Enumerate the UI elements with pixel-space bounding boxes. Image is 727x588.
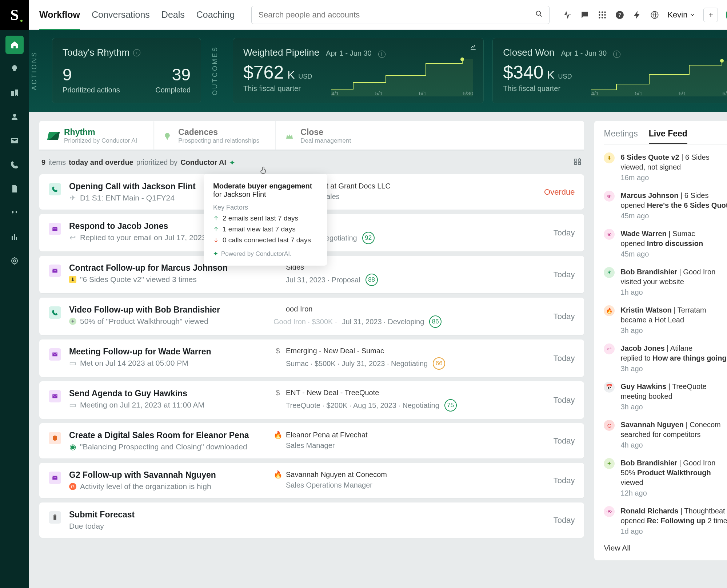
- pipeline-sparkline: [331, 53, 473, 96]
- prioritized-count: 9: [63, 65, 120, 84]
- action-card-g2[interactable]: G2 Follow-up with Savannah NguyenGActivi…: [39, 463, 584, 498]
- flame-icon: 🔥: [273, 430, 282, 439]
- action-card-meeting[interactable]: Meeting Follow-up for Wade Warren▭Met on…: [39, 339, 584, 377]
- flame-icon: 🔥: [273, 470, 282, 479]
- view-all-link[interactable]: View All: [604, 544, 727, 552]
- rail-phone[interactable]: [5, 156, 24, 174]
- layout-toggle[interactable]: [573, 157, 582, 168]
- tab-rhythm[interactable]: RhythmPrioritized by Conductor AI: [39, 121, 153, 150]
- search-input[interactable]: [258, 10, 535, 20]
- svg-point-4: [602, 11, 603, 13]
- chevron-down-icon: [690, 12, 695, 18]
- svg-point-0: [12, 258, 17, 264]
- action-card-salesroom[interactable]: Create a Digital Sales Room for Eleanor …: [39, 423, 584, 458]
- feed-item[interactable]: GSavannah Nguyen | Conecomsearched for c…: [604, 420, 727, 450]
- svg-point-2: [536, 11, 541, 15]
- nav-workflow[interactable]: Workflow: [39, 0, 80, 30]
- svg-point-9: [599, 17, 600, 18]
- bolt-icon[interactable]: [632, 10, 642, 20]
- feed-item[interactable]: 👁Marcus Johnson | 6 Sidesopened Here's t…: [604, 191, 727, 221]
- svg-rect-17: [575, 159, 577, 161]
- nav-deals[interactable]: Deals: [161, 0, 185, 30]
- feed-item[interactable]: ⬇6 Sides Quote v2 | 6 Sidesviewed, not s…: [604, 152, 727, 183]
- chat-icon[interactable]: [580, 10, 590, 20]
- tab-close[interactable]: CloseDeal management: [276, 121, 367, 150]
- rail-buildings[interactable]: [5, 84, 24, 102]
- svg-point-1: [13, 260, 16, 262]
- rail-quote[interactable]: [5, 204, 24, 222]
- top-nav: Workflow Conversations Deals Coaching ? …: [29, 0, 727, 30]
- tab-cadences[interactable]: CadencesProspecting and relationships: [153, 121, 276, 150]
- g2-icon: G: [69, 483, 76, 490]
- cube-icon: [49, 432, 61, 444]
- svg-point-10: [602, 17, 603, 18]
- help-icon[interactable]: ?: [615, 10, 624, 20]
- rail-rocket[interactable]: [5, 60, 24, 78]
- globe-icon[interactable]: [650, 10, 659, 20]
- add-button[interactable]: +: [703, 8, 718, 22]
- reply-icon: ↩: [69, 234, 76, 241]
- rail-home[interactable]: [5, 36, 24, 54]
- info-icon[interactable]: i: [133, 49, 140, 56]
- activity-icon[interactable]: [563, 10, 572, 20]
- calendar-icon: ▭: [69, 359, 76, 367]
- bug-icon: ✦: [69, 318, 76, 325]
- sparkle-icon: ✦: [229, 158, 235, 167]
- mail-icon: [49, 472, 61, 484]
- svg-point-11: [604, 17, 606, 18]
- global-search[interactable]: [251, 6, 550, 24]
- tab-live-feed[interactable]: Live Feed: [649, 129, 687, 144]
- phone-icon: [49, 306, 61, 319]
- sphere-icon: ◉: [69, 443, 76, 450]
- feed-icon: 👁: [604, 191, 615, 202]
- engagement-popover: Moderate buyer engagement for Jackson Fl…: [204, 174, 327, 266]
- feed-item[interactable]: 🔥Kristin Watson | Terratambecame a Hot L…: [604, 305, 727, 335]
- calendar-icon: ▭: [69, 401, 76, 409]
- due-label: Overdue: [544, 187, 575, 197]
- apps-icon[interactable]: [598, 10, 607, 20]
- expand-chart-icon[interactable]: [470, 43, 477, 52]
- user-menu[interactable]: Kevin: [667, 10, 695, 20]
- send-icon: ✈: [69, 194, 76, 202]
- action-card-video[interactable]: Video Follow-up with Bob Brandishier✦50%…: [39, 298, 584, 335]
- dollar-icon: $: [273, 347, 282, 355]
- clipboard-icon: [49, 511, 61, 524]
- nav-conversations[interactable]: Conversations: [92, 0, 150, 30]
- rail-target[interactable]: [5, 252, 24, 270]
- tab-meetings[interactable]: Meetings: [604, 129, 638, 144]
- feed-item[interactable]: 👁Wade Warren | Sumacopened Intro discuss…: [604, 229, 727, 259]
- feed-icon: ✦: [604, 458, 615, 469]
- action-card-agenda[interactable]: Send Agenda to Guy Hawkins▭Meeting on Ju…: [39, 381, 584, 419]
- svg-point-7: [602, 14, 603, 15]
- crown-icon: [284, 132, 295, 140]
- mail-icon: [49, 390, 61, 402]
- card-weighted-pipeline[interactable]: Weighted PipelineApr 1 - Jun 30i $762KUS…: [233, 38, 484, 103]
- hero-metrics: ACTIONS Today's Rhythmi 9Prioritized act…: [29, 30, 727, 112]
- feed-icon: G: [604, 420, 615, 431]
- completed-count: 39: [155, 65, 191, 84]
- feed-item[interactable]: ✶Bob Brandishier | Good Ironvisited your…: [604, 267, 727, 297]
- feed-item[interactable]: 📅Guy Hawkins | TreeQuotemeeting booked3h…: [604, 382, 727, 412]
- brand-logo[interactable]: S: [0, 0, 29, 30]
- rail-doc[interactable]: [5, 180, 24, 198]
- feed-icon: 👁: [604, 506, 615, 517]
- workflow-tabs: RhythmPrioritized by Conductor AI Cadenc…: [39, 121, 584, 151]
- feed-item[interactable]: ✦Bob Brandishier | Good Iron50% Product …: [604, 458, 727, 498]
- nav-coaching[interactable]: Coaching: [196, 0, 235, 30]
- feed-item[interactable]: 👁Ronald Richards | Thoughtbeatopened Re:…: [604, 506, 727, 536]
- outcomes-label: OUTCOMES: [210, 46, 224, 95]
- rail-analytics[interactable]: [5, 228, 24, 246]
- rail-mail[interactable]: [5, 132, 24, 150]
- card-closed-won[interactable]: Closed WonApr 1 - Jun 30i $340KUSD This …: [492, 38, 727, 103]
- card-todays-rhythm[interactable]: Today's Rhythmi 9Prioritized actions 39C…: [52, 38, 201, 103]
- closed-sparkline: [591, 53, 727, 96]
- action-card-forecast[interactable]: Submit ForecastDue today Today: [39, 502, 584, 538]
- feed-icon: 👁: [604, 229, 615, 240]
- rail-person[interactable]: [5, 108, 24, 126]
- svg-text:?: ?: [618, 12, 621, 18]
- svg-rect-20: [578, 162, 580, 164]
- search-icon[interactable]: [535, 10, 543, 20]
- svg-point-15: [460, 57, 464, 61]
- feed-icon: ↩: [604, 343, 615, 354]
- feed-item[interactable]: ↩Jacob Jones | Atilanereplied to How are…: [604, 343, 727, 374]
